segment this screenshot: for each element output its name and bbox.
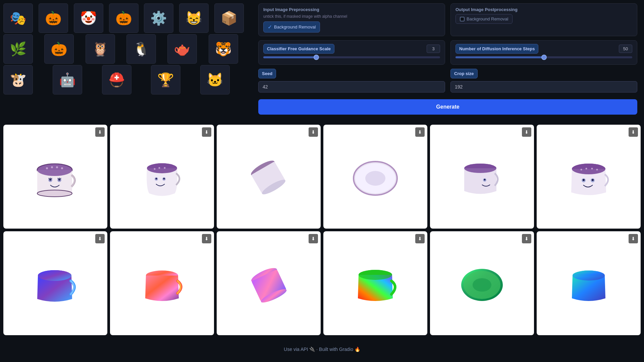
cup-svg-6	[562, 152, 615, 202]
input-preprocessing-subtitle: untick this, if masked image with alpha …	[263, 14, 440, 19]
result-item-12[interactable]: ⬇	[537, 231, 641, 335]
svg-point-42	[591, 168, 593, 170]
svg-point-58	[473, 278, 491, 292]
result-item-8[interactable]: ⬇	[110, 231, 214, 335]
guidance-scale-fill	[263, 56, 316, 58]
diffusion-steps-value: 50	[619, 45, 632, 53]
guidance-scale-track[interactable]	[263, 56, 440, 58]
footer-api-text: Use via API	[284, 347, 308, 352]
download-button-1[interactable]: ⬇	[95, 127, 105, 137]
guidance-scale-header: Classifier Free Guidance Scale 3	[263, 44, 440, 54]
gallery-item[interactable]: 🌿	[3, 34, 33, 64]
gallery-item[interactable]: 🐱	[200, 65, 230, 95]
guidance-scale-label: Classifier Free Guidance Scale	[263, 44, 334, 54]
guidance-scale-block: Classifier Free Guidance Scale 3	[258, 40, 445, 65]
gallery-item[interactable]: 😸	[179, 3, 209, 33]
input-preprocessing-block: Input Image Preprocessing untick this, i…	[258, 3, 445, 36]
svg-point-35	[464, 164, 496, 173]
output-bg-removal-row: Background Removal	[455, 14, 632, 24]
output-postprocessing-title: Output Image Postprocessing	[455, 7, 632, 12]
result-item-5[interactable]: ⬇	[430, 125, 534, 229]
result-item-11[interactable]: ⬇	[430, 231, 534, 335]
gallery-item[interactable]: 🎃	[44, 34, 74, 64]
gallery-item[interactable]: 📦	[214, 3, 244, 33]
gallery-item[interactable]: 🐮	[3, 65, 33, 95]
seed-crop-row: Seed Crop size	[258, 69, 637, 93]
gallery-row-2: 🌿 🎃 🦉 🐧 🫖 🐯	[3, 34, 248, 64]
crop-size-input[interactable]	[450, 81, 637, 93]
footer-built-text: Built with Gradio	[319, 347, 353, 352]
download-button-7[interactable]: ⬇	[95, 234, 105, 243]
svg-point-5	[51, 166, 53, 168]
diffusion-steps-track[interactable]	[455, 56, 632, 58]
uncheck-box-icon	[460, 17, 465, 21]
generate-button[interactable]: Generate	[258, 99, 637, 115]
gallery-item[interactable]: 🤡	[74, 3, 103, 33]
gallery-item[interactable]: 🎃	[39, 3, 68, 33]
top-controls: Input Image Preprocessing untick this, i…	[258, 3, 637, 115]
download-button-11[interactable]: ⬇	[522, 234, 531, 243]
result-item-2[interactable]: ⬇	[110, 125, 214, 229]
gradient-cup-svg-3	[242, 258, 296, 308]
result-item-3[interactable]: ⬇	[217, 125, 321, 229]
guidance-scale-thumb[interactable]	[314, 55, 319, 60]
svg-point-7	[61, 167, 63, 169]
result-item-10[interactable]: ⬇	[323, 231, 427, 335]
cup-svg-4	[348, 152, 402, 202]
gradient-cup-svg-4	[348, 258, 402, 308]
output-bg-removal-checkbox[interactable]: Background Removal	[455, 14, 513, 24]
footer: Use via API 🔌 · Built with Gradio 🔥	[0, 341, 644, 357]
svg-point-22	[164, 167, 166, 169]
download-button-9[interactable]: ⬇	[309, 234, 318, 243]
results-section: ⬇	[0, 121, 644, 341]
gallery-item[interactable]: 🦉	[86, 34, 115, 64]
gallery-item[interactable]: 🎭	[3, 3, 33, 33]
seed-input[interactable]	[258, 81, 445, 93]
crop-size-group: Crop size	[450, 69, 637, 93]
result-item-4[interactable]: ⬇	[323, 125, 427, 229]
gallery-item[interactable]: 🎃	[109, 3, 139, 33]
result-item-6[interactable]: ⬇	[537, 125, 641, 229]
svg-point-4	[46, 167, 48, 169]
download-button-8[interactable]: ⬇	[202, 234, 211, 243]
download-button-4[interactable]: ⬇	[415, 127, 425, 137]
gradient-cup-svg-6	[562, 258, 615, 308]
gallery-item[interactable]: 🏆	[151, 65, 180, 95]
crop-size-label: Crop size	[450, 69, 478, 78]
input-bg-removal-checkbox[interactable]: ✓ Background Removal	[263, 21, 320, 33]
svg-point-40	[581, 169, 582, 171]
svg-point-41	[586, 168, 587, 170]
result-item-1[interactable]: ⬇	[3, 125, 107, 229]
check-icon: ✓	[268, 24, 272, 30]
svg-point-3	[37, 164, 72, 176]
gallery-item[interactable]: 🤖	[53, 65, 82, 95]
svg-point-43	[596, 169, 598, 171]
download-button-6[interactable]: ⬇	[629, 127, 638, 137]
gallery-item[interactable]: ⛑️	[102, 65, 131, 95]
download-button-2[interactable]: ⬇	[202, 127, 211, 137]
result-img-area-9	[217, 231, 321, 335]
download-button-5[interactable]: ⬇	[522, 127, 531, 137]
download-button-12[interactable]: ⬇	[629, 234, 638, 243]
download-button-10[interactable]: ⬇	[415, 234, 425, 243]
output-postprocessing-block: Output Image Postprocessing Background R…	[450, 3, 637, 36]
result-img-area-3	[217, 125, 321, 229]
cup-svg-5	[455, 152, 509, 202]
gallery-item[interactable]: 🐯	[209, 34, 238, 64]
gallery-item[interactable]: ⚙️	[144, 3, 173, 33]
input-preprocessing-title: Input Image Preprocessing	[263, 7, 440, 12]
diffusion-steps-fill	[455, 56, 544, 58]
download-button-3[interactable]: ⬇	[309, 127, 318, 137]
result-img-area-11	[430, 231, 534, 335]
svg-point-49	[38, 270, 71, 281]
gallery-item[interactable]: 🐧	[126, 34, 156, 64]
gallery-item[interactable]: 🫖	[167, 34, 197, 64]
result-item-7[interactable]: ⬇	[3, 231, 107, 335]
input-bg-removal-row: ✓ Background Removal	[263, 21, 440, 33]
svg-point-25	[156, 178, 157, 180]
result-item-9[interactable]: ⬇	[217, 231, 321, 335]
cup-svg-2	[135, 152, 189, 202]
diffusion-steps-thumb[interactable]	[541, 55, 547, 60]
seed-group: Seed	[258, 69, 445, 93]
cup-svg-3	[242, 152, 296, 202]
